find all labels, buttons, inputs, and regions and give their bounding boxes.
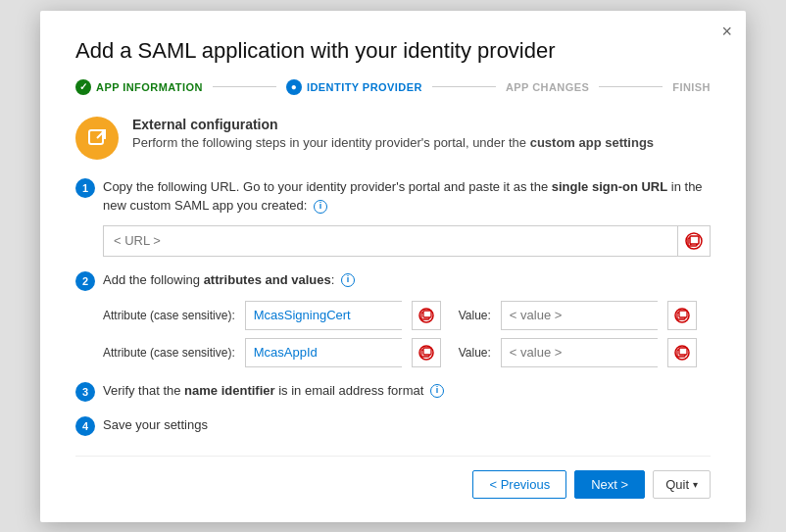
instruction-3: 3 Verify that the name identifier is in …: [75, 381, 711, 402]
step-line-2: [432, 86, 496, 87]
step4-label: FINISH: [672, 81, 711, 93]
step3-row: 3 Verify that the name identifier is in …: [75, 381, 711, 402]
external-config-text: External configuration Perform the follo…: [132, 117, 711, 152]
external-config-header: External configuration Perform the follo…: [75, 117, 711, 160]
step1-row: 1 Copy the following URL. Go to your ide…: [75, 177, 711, 216]
ext-config-title: External configuration: [132, 117, 711, 132]
instruction-1: 1 Copy the following URL. Go to your ide…: [75, 177, 711, 257]
step2-num: 2: [75, 271, 95, 291]
step1-info-icon[interactable]: i: [314, 200, 327, 214]
step-app-changes: APP CHANGES: [506, 81, 589, 93]
svg-rect-15: [423, 348, 431, 355]
val1-input[interactable]: [501, 301, 658, 330]
url-input[interactable]: [103, 225, 677, 257]
attr-row-2: Attribute (case sensitive): Value:: [103, 338, 711, 367]
step4-row: 4 Save your settings: [75, 415, 711, 436]
step4-num: 4: [75, 416, 95, 436]
svg-rect-18: [679, 348, 687, 355]
saml-dialog: × Add a SAML application with your ident…: [40, 11, 746, 522]
progress-bar: ✓ APP INFORMATION ● IDENTITY PROVIDER AP…: [75, 79, 711, 95]
val1-copy-button[interactable]: [667, 301, 697, 330]
step1-label: APP INFORMATION: [96, 81, 203, 93]
step-line-1: [213, 86, 276, 87]
attributes-section: Attribute (case sensitive): Value:: [103, 301, 711, 367]
close-button[interactable]: ×: [721, 23, 732, 40]
instruction-4: 4 Save your settings: [75, 415, 711, 436]
val2-input[interactable]: [501, 338, 658, 367]
val2-label: Value:: [459, 346, 491, 360]
step3-label: APP CHANGES: [506, 81, 589, 93]
bottom-bar: < Previous Next > Quit ▾: [75, 456, 711, 499]
attr2-input[interactable]: [245, 338, 402, 367]
step2-row: 2 Add the following attributes and value…: [75, 270, 711, 291]
step-app-info: ✓ APP INFORMATION: [75, 79, 203, 95]
svg-rect-9: [423, 311, 431, 317]
step-identity-provider: ● IDENTITY PROVIDER: [286, 79, 422, 95]
step1-num: 1: [75, 178, 95, 198]
url-input-row: [103, 225, 711, 257]
step3-num: 3: [75, 382, 95, 402]
val2-copy-button[interactable]: [667, 338, 697, 367]
svg-rect-12: [679, 311, 687, 317]
step1-text: Copy the following URL. Go to your ident…: [103, 177, 711, 216]
attr1-label: Attribute (case sensitive):: [103, 309, 235, 322]
step4-text: Save your settings: [103, 415, 711, 435]
url-copy-button[interactable]: [677, 225, 711, 257]
step1-icon: ✓: [75, 79, 91, 95]
attr2-copy-button[interactable]: [412, 338, 441, 367]
attr1-copy-button[interactable]: [412, 301, 441, 330]
attr1-input[interactable]: [245, 301, 402, 330]
svg-rect-6: [690, 236, 699, 244]
step3-info-icon[interactable]: i: [430, 384, 444, 398]
instruction-2: 2 Add the following attributes and value…: [75, 270, 711, 367]
step2-icon: ●: [286, 79, 302, 95]
ext-config-desc: Perform the following steps in your iden…: [132, 134, 711, 152]
val1-label: Value:: [459, 309, 491, 322]
step2-info-icon[interactable]: i: [341, 273, 355, 287]
step-line-3: [599, 86, 663, 87]
next-button[interactable]: Next >: [574, 470, 645, 499]
previous-button[interactable]: < Previous: [472, 470, 566, 499]
quit-button[interactable]: Quit ▾: [653, 470, 711, 499]
external-config-icon: [75, 117, 119, 160]
quit-chevron-icon: ▾: [693, 479, 698, 490]
step3-text: Verify that the name identifier is in em…: [103, 381, 711, 401]
dialog-title: Add a SAML application with your identit…: [75, 38, 711, 64]
step-finish: FINISH: [672, 81, 711, 93]
attr2-label: Attribute (case sensitive):: [103, 346, 235, 360]
step2-label: IDENTITY PROVIDER: [307, 81, 422, 93]
step2-text: Add the following attributes and values:…: [103, 270, 711, 290]
svg-rect-0: [89, 130, 103, 144]
attr-row-1: Attribute (case sensitive): Value:: [103, 301, 711, 330]
